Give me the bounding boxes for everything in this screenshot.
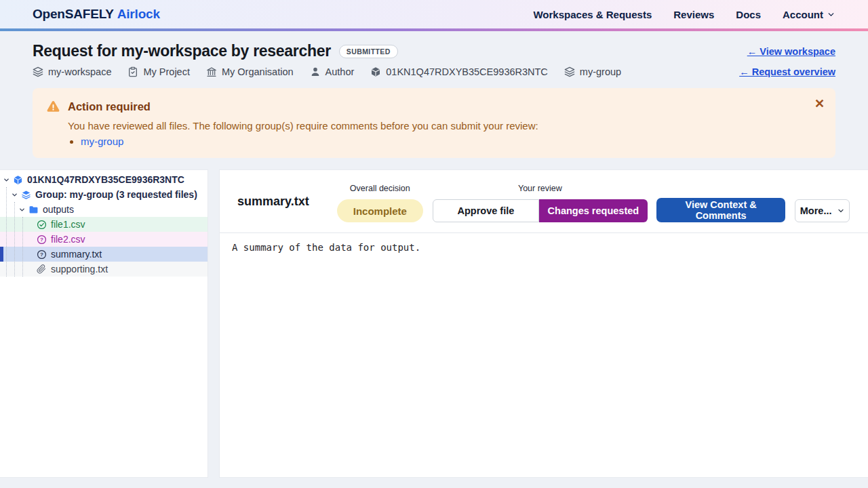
tree-item-supporting[interactable]: supporting.txt — [0, 262, 208, 277]
alert-group-link[interactable]: my-group — [81, 136, 123, 147]
tree-item-file1[interactable]: file1.csv — [0, 217, 208, 232]
more-button[interactable]: More... — [795, 199, 850, 222]
file-toolbar: summary.txt Overall decision Incomplete … — [220, 170, 868, 233]
chevron-down-icon[interactable] — [11, 191, 20, 199]
question-circle-icon: ? — [37, 249, 47, 260]
view-context-comments-button[interactable]: View Context & Comments — [656, 198, 785, 222]
view-workspace-link[interactable]: ← View workspace — [747, 46, 835, 57]
review-button-group: Approve file Changes requested — [433, 199, 648, 222]
tree-item-group[interactable]: Group: my-group (3 requested files) — [0, 187, 208, 202]
user-icon — [310, 66, 321, 77]
tree-item-label: 01KN1Q47RDXYB35CE9936R3NTC — [27, 174, 184, 185]
bank-icon — [206, 66, 217, 77]
tree-item-label: Group: my-group (3 requested files) — [35, 189, 197, 200]
changes-requested-button[interactable]: Changes requested — [539, 199, 648, 222]
file-tree-sidebar: 01KN1Q47RDXYB35CE9936R3NTC Group: my-gro… — [0, 169, 208, 478]
nav-workspaces-requests[interactable]: Workspaces & Requests — [533, 9, 652, 20]
tree-item-label: file1.csv — [51, 219, 85, 230]
meta-group: my-group — [564, 66, 621, 77]
page-title: Request for my-workspace by researcher — [33, 42, 331, 60]
tree-item-outputs-folder[interactable]: outputs — [0, 202, 208, 217]
close-icon[interactable]: ✕ — [810, 94, 829, 114]
nav-links: Workspaces & Requests Reviews Docs Accou… — [533, 9, 835, 20]
svg-text:?: ? — [40, 251, 43, 258]
meta-organisation: My Organisation — [206, 66, 294, 77]
paperclip-icon — [37, 264, 47, 274]
content-area: 01KN1Q47RDXYB35CE9936R3NTC Group: my-gro… — [0, 169, 868, 478]
chevron-down-icon[interactable] — [3, 176, 12, 184]
warning-triangle-icon — [46, 100, 60, 114]
tree-item-label: file2.csv — [51, 234, 85, 245]
alert-title: Action required — [68, 100, 151, 113]
request-overview-link[interactable]: ← Request overview — [739, 66, 835, 77]
your-review: Your review Approve file Changes request… — [433, 184, 648, 222]
meta-project: My Project — [127, 66, 190, 77]
meta-request-id: 01KN1Q47RDXYB35CE9936R3NTC — [370, 66, 548, 77]
overall-decision-label: Overall decision — [350, 184, 410, 193]
action-required-alert: Action required You have reviewed all fi… — [33, 88, 835, 158]
decision-badge: Incomplete — [337, 199, 423, 222]
alert-message: You have reviewed all files. The followi… — [68, 120, 803, 131]
nav-account-menu[interactable]: Account — [783, 9, 835, 20]
title-row: Request for my-workspace by researcher S… — [33, 42, 835, 60]
file-content-text: A summary of the data for output. — [232, 242, 856, 253]
tree-item-request-id[interactable]: 01KN1Q47RDXYB35CE9936R3NTC — [0, 172, 208, 187]
tree-item-summary[interactable]: ? summary.txt — [0, 247, 208, 262]
layers-icon — [33, 66, 43, 77]
clipboard-icon — [127, 66, 138, 77]
layers-icon — [564, 66, 575, 77]
svg-text:?: ? — [40, 237, 43, 243]
layers-icon — [21, 190, 31, 200]
check-circle-icon — [37, 220, 47, 230]
file-panel: summary.txt Overall decision Incomplete … — [219, 169, 868, 478]
cube-icon — [13, 175, 23, 185]
file-title: summary.txt — [237, 195, 309, 209]
your-review-label: Your review — [518, 184, 562, 193]
tree-item-label: outputs — [43, 204, 74, 215]
folder-icon — [28, 205, 39, 215]
tree-item-file2[interactable]: ? file2.csv — [0, 232, 208, 247]
tree-item-label: summary.txt — [51, 249, 102, 260]
brand-secondary: Airlock — [117, 7, 160, 22]
status-badge: SUBMITTED — [339, 45, 398, 58]
brand-logo[interactable]: OpenSAFELY Airlock — [33, 7, 160, 22]
chevron-down-icon[interactable] — [18, 206, 27, 214]
brand-primary: OpenSAFELY — [33, 7, 114, 22]
request-header: Request for my-workspace by researcher S… — [0, 31, 868, 158]
list-item: my-group — [81, 136, 803, 147]
request-meta: my-workspace My Project My Organisation … — [33, 66, 835, 77]
chevron-down-icon — [827, 10, 835, 19]
alert-group-list: my-group — [69, 136, 803, 147]
navbar: OpenSAFELY Airlock Workspaces & Requests… — [0, 0, 868, 28]
file-content: A summary of the data for output. — [220, 233, 868, 477]
chevron-down-icon — [837, 207, 845, 215]
approve-file-button[interactable]: Approve file — [433, 199, 539, 222]
cube-icon — [370, 66, 381, 77]
nav-docs[interactable]: Docs — [736, 9, 761, 20]
question-circle-icon: ? — [37, 235, 47, 245]
alert-head: Action required — [46, 100, 803, 114]
tree-item-label: supporting.txt — [51, 264, 108, 274]
meta-workspace: my-workspace — [33, 66, 111, 77]
overall-decision: Overall decision Incomplete — [337, 184, 423, 222]
nav-reviews[interactable]: Reviews — [673, 9, 714, 20]
meta-author: Author — [310, 66, 355, 77]
